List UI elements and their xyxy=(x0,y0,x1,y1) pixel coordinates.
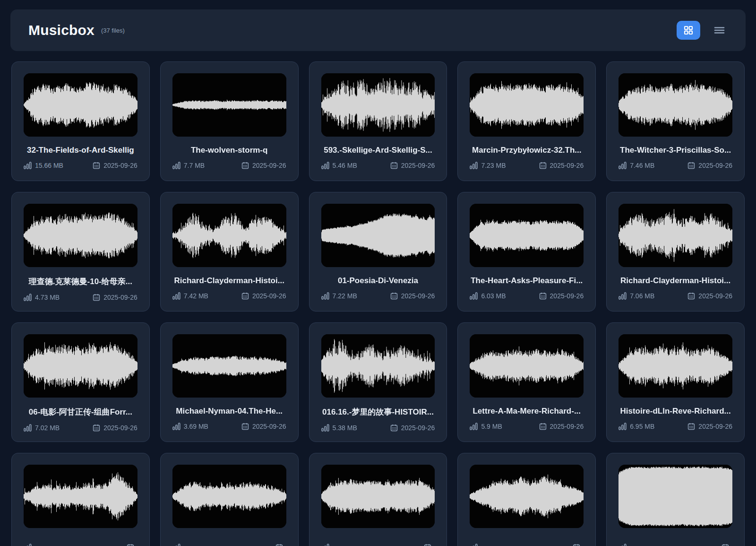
waveform-thumbnail xyxy=(172,465,286,528)
file-card[interactable] xyxy=(457,453,596,546)
file-meta: 7.06 MB 2025-09-26 xyxy=(619,292,732,300)
file-grid: 32-The-Fields-of-Ard-Skellig 15.66 MB xyxy=(0,51,756,546)
file-size-label: 7.02 MB xyxy=(35,424,60,432)
bar-chart-icon xyxy=(619,423,627,430)
file-name: 32-The-Fields-of-Ard-Skellig xyxy=(24,146,137,155)
file-card[interactable]: Lettre-A-Ma-Mere-Richard-... 5.9 MB xyxy=(457,322,596,442)
file-meta xyxy=(321,544,435,546)
file-name: Richard-Clayderman-Histoi... xyxy=(172,276,286,286)
file-date-label: 2025-09-26 xyxy=(401,424,435,432)
waveform-canvas xyxy=(321,465,435,528)
file-size-label: 5.38 MB xyxy=(333,424,357,432)
calendar-icon xyxy=(93,424,100,432)
file-card[interactable]: Histoire-dLln-Reve-Richard... 6.95 MB xyxy=(606,322,745,442)
file-card[interactable]: Michael-Nyman-04.The-He... 3.69 MB xyxy=(160,322,299,442)
file-date: 2025-09-26 xyxy=(241,162,286,169)
bar-chart-icon xyxy=(24,162,32,169)
file-card[interactable]: 016.16.-梦里的故事-HISTOIR... 5.38 MB xyxy=(309,322,447,442)
calendar-icon xyxy=(390,292,398,300)
file-meta xyxy=(172,544,286,546)
file-meta: 3.69 MB 2025-09-26 xyxy=(172,423,286,430)
file-size-label: 6.03 MB xyxy=(481,292,506,300)
waveform-canvas xyxy=(619,73,732,137)
file-date-label: 2025-09-26 xyxy=(698,162,732,169)
grid-view-button[interactable] xyxy=(677,21,700,40)
waveform-thumbnail xyxy=(321,204,435,267)
waveform-thumbnail xyxy=(470,465,584,528)
file-size-label: 7.23 MB xyxy=(481,162,506,169)
file-date xyxy=(275,544,286,546)
file-card[interactable]: The-Heart-Asks-Pleasure-Fi... 6.03 MB xyxy=(457,192,596,312)
waveform-thumbnail xyxy=(24,204,137,267)
file-meta: 15.66 MB 2025-09-26 xyxy=(24,162,137,169)
file-card[interactable]: 理查德.克莱德曼-10-给母亲... 4.73 MB xyxy=(11,192,150,312)
file-card[interactable]: 06-电影-阿甘正传-组曲Forr... 7.02 MB xyxy=(11,322,150,442)
waveform-thumbnail xyxy=(321,334,435,398)
calendar-icon xyxy=(390,424,398,432)
file-size: 7.7 MB xyxy=(172,162,205,169)
file-meta: 7.42 MB 2025-09-26 xyxy=(172,292,286,300)
file-card[interactable]: The-Witcher-3-Priscillas-So... 7.46 MB xyxy=(606,61,745,181)
waveform-canvas xyxy=(24,465,137,528)
file-card[interactable]: Richard-Clayderman-Histoi... 7.42 MB xyxy=(160,192,299,312)
waveform-thumbnail xyxy=(321,73,435,137)
calendar-icon xyxy=(687,423,695,430)
file-size-label: 7.7 MB xyxy=(184,162,205,169)
file-card[interactable] xyxy=(160,453,299,546)
file-card[interactable]: Richard-Clayderman-Histoi... 7.06 MB xyxy=(606,192,745,312)
file-size-label: 7.42 MB xyxy=(184,292,208,300)
file-meta: 7.7 MB 2025-09-26 xyxy=(172,162,286,169)
bar-chart-icon xyxy=(172,544,180,546)
file-size-label: 15.66 MB xyxy=(35,162,63,169)
file-meta: 7.46 MB 2025-09-26 xyxy=(619,162,732,169)
file-size-label: 6.95 MB xyxy=(630,423,654,430)
file-count-badge: (37 files) xyxy=(101,27,125,34)
file-date-label: 2025-09-26 xyxy=(103,424,137,432)
file-name: The-Heart-Asks-Pleasure-Fi... xyxy=(470,276,584,286)
file-size: 5.46 MB xyxy=(321,162,357,169)
waveform-thumbnail xyxy=(172,73,286,137)
file-date: 2025-09-26 xyxy=(539,423,584,430)
bar-chart-icon xyxy=(470,544,478,546)
file-date: 2025-09-26 xyxy=(241,423,286,430)
file-size: 3.69 MB xyxy=(172,423,208,430)
file-name: 06-电影-阿甘正传-组曲Forr... xyxy=(24,407,137,417)
calendar-icon xyxy=(93,294,100,301)
file-card[interactable]: The-wolven-storm-q 7.7 MB xyxy=(160,61,299,181)
file-card[interactable] xyxy=(309,453,447,546)
file-meta: 5.46 MB 2025-09-26 xyxy=(321,162,435,169)
file-card[interactable] xyxy=(11,453,150,546)
calendar-icon xyxy=(241,162,249,169)
file-date: 2025-09-26 xyxy=(539,162,584,169)
calendar-icon xyxy=(390,162,398,169)
calendar-icon xyxy=(539,292,547,300)
file-card[interactable]: 01-Poesia-Di-Venezia 7.22 MB xyxy=(309,192,447,312)
file-size xyxy=(321,544,333,546)
bar-chart-icon xyxy=(24,294,32,301)
file-card[interactable] xyxy=(606,453,745,546)
file-meta: 7.02 MB 2025-09-26 xyxy=(24,424,137,432)
file-size xyxy=(619,544,630,546)
waveform-canvas xyxy=(470,465,584,528)
bar-chart-icon xyxy=(321,424,329,432)
file-card[interactable]: 593.-Skellige-Ard-Skellig-S... 5.46 MB xyxy=(309,61,447,181)
waveform-thumbnail xyxy=(321,465,435,528)
file-date-label: 2025-09-26 xyxy=(550,423,584,430)
waveform-canvas xyxy=(24,204,137,267)
file-size-label: 7.06 MB xyxy=(630,292,654,300)
waveform-canvas xyxy=(321,73,435,137)
bar-chart-icon xyxy=(619,292,627,300)
file-card[interactable]: Marcin-Przybyłowicz-32.Th... 7.23 MB xyxy=(457,61,596,181)
list-view-button[interactable] xyxy=(710,21,729,40)
file-size xyxy=(470,544,481,546)
waveform-canvas xyxy=(321,204,435,267)
calendar-icon xyxy=(687,292,695,300)
waveform-canvas xyxy=(172,334,286,398)
file-date-label: 2025-09-26 xyxy=(103,294,137,301)
file-meta: 6.03 MB 2025-09-26 xyxy=(470,292,584,300)
file-date-label: 2025-09-26 xyxy=(401,292,435,300)
file-card[interactable]: 32-The-Fields-of-Ard-Skellig 15.66 MB xyxy=(11,61,150,181)
waveform-thumbnail xyxy=(172,204,286,267)
file-size: 5.38 MB xyxy=(321,424,357,432)
bar-chart-icon xyxy=(172,423,180,430)
